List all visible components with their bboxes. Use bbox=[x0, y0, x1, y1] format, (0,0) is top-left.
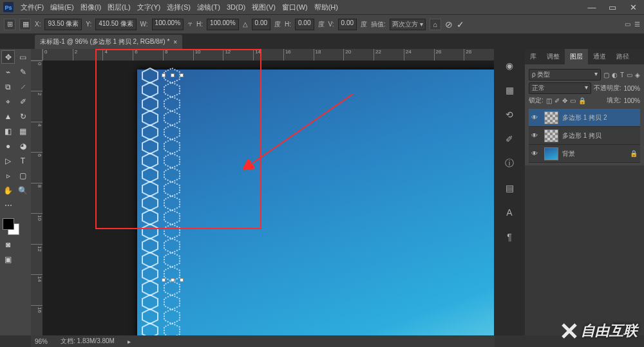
gradient-tool[interactable]: ▦ bbox=[16, 124, 30, 138]
h-field[interactable]: 100.00% bbox=[207, 19, 238, 30]
h2-field[interactable]: 0.00 bbox=[295, 19, 314, 30]
fill-field[interactable]: 100% bbox=[623, 97, 640, 104]
blend-mode-select[interactable]: 正常▾ bbox=[529, 82, 591, 94]
filter-adjust-icon[interactable]: ◐ bbox=[612, 71, 618, 79]
opacity-field[interactable]: 100% bbox=[623, 85, 640, 92]
color-swatches[interactable] bbox=[3, 218, 19, 235]
lock-trans-icon[interactable]: ◫ bbox=[546, 97, 552, 104]
menu-help[interactable]: 帮助(H) bbox=[314, 3, 338, 12]
info-icon[interactable]: ⓘ bbox=[502, 156, 517, 171]
paragraph-icon[interactable]: ¶ bbox=[502, 229, 517, 245]
ruler-vertical[interactable]: 0 2 4 6 8 10 12 14 16 bbox=[31, 61, 43, 335]
stamp-tool[interactable]: ▲ bbox=[1, 109, 15, 123]
panel-tab-adjust[interactable]: 调整 bbox=[542, 49, 565, 64]
y-field[interactable]: 410.50 像素 bbox=[95, 19, 136, 30]
document-tab-close-icon[interactable]: × bbox=[173, 39, 177, 46]
filter-type-icon[interactable]: T bbox=[620, 71, 624, 79]
layer-thumbnail[interactable] bbox=[544, 129, 558, 142]
v-field[interactable]: 0.00 bbox=[338, 19, 357, 30]
menu-filter[interactable]: 滤镜(T) bbox=[197, 3, 220, 12]
menu-file[interactable]: 文件(F) bbox=[21, 3, 44, 12]
lasso-tool[interactable]: ⌁ bbox=[1, 65, 15, 79]
transform-handle[interactable] bbox=[171, 278, 175, 282]
menu-type[interactable]: 文字(Y) bbox=[137, 3, 161, 12]
close-icon[interactable]: ✕ bbox=[625, 3, 641, 12]
artboard-tool[interactable]: ▭ bbox=[16, 50, 30, 64]
lock-paint-icon[interactable]: ✐ bbox=[554, 97, 560, 104]
layer-row[interactable]: 👁 背景 🔒 bbox=[529, 145, 640, 163]
color-wheel-icon[interactable]: ◉ bbox=[502, 58, 517, 73]
layer-thumbnail[interactable] bbox=[544, 147, 558, 160]
quickmask-tool[interactable]: ◙ bbox=[1, 238, 15, 251]
angle-field[interactable]: 0.00 bbox=[252, 19, 270, 30]
type-panel-icon[interactable]: A bbox=[502, 205, 517, 220]
menu-window[interactable]: 窗口(W) bbox=[282, 3, 308, 12]
eyedropper-tool[interactable]: ⟋ bbox=[16, 80, 30, 93]
maximize-icon[interactable]: ▭ bbox=[604, 3, 621, 12]
brush-tool[interactable]: ✐ bbox=[16, 95, 30, 108]
zoom-level[interactable]: 96% bbox=[35, 338, 48, 345]
layer-thumbnail[interactable] bbox=[544, 111, 558, 124]
menu-3d[interactable]: 3D(D) bbox=[227, 3, 245, 11]
transform-handle[interactable] bbox=[162, 278, 166, 282]
panel-tab-paths[interactable]: 路径 bbox=[611, 49, 634, 64]
menu-layer[interactable]: 图层(L) bbox=[108, 3, 130, 12]
layer-kind-filter[interactable]: ρ 类型▾ bbox=[529, 69, 601, 80]
cancel-transform-icon[interactable]: ⊘ bbox=[445, 19, 453, 30]
interp-select[interactable]: 两次立方 ▾ bbox=[390, 19, 426, 30]
transform-handle[interactable] bbox=[180, 278, 184, 282]
transform-tool-icon[interactable]: ⊞ bbox=[4, 19, 15, 30]
actions-icon[interactable]: ▤ bbox=[502, 180, 517, 196]
tag-icon[interactable]: ⌂ bbox=[430, 19, 441, 30]
visibility-icon[interactable]: 👁 bbox=[531, 150, 540, 157]
panel-tab-lib[interactable]: 库 bbox=[525, 49, 542, 64]
foreground-color-swatch[interactable] bbox=[3, 218, 14, 230]
layer-row[interactable]: 👁 多边形 1 拷贝 bbox=[529, 127, 640, 145]
lock-pos-icon[interactable]: ✥ bbox=[562, 97, 567, 104]
minimize-icon[interactable]: — bbox=[583, 3, 600, 12]
menu-select[interactable]: 选择(S) bbox=[167, 3, 191, 12]
reference-point-icon[interactable]: ▦ bbox=[19, 19, 31, 30]
doc-size[interactable]: 文档: 1.83M/3.80M bbox=[61, 337, 115, 346]
panel-tab-channels[interactable]: 通道 bbox=[588, 49, 611, 64]
workspace-menu-icon[interactable]: ☰ bbox=[634, 21, 640, 28]
dodge-tool[interactable]: ◕ bbox=[16, 139, 30, 153]
visibility-icon[interactable]: 👁 bbox=[531, 132, 540, 139]
type-tool[interactable]: T bbox=[16, 154, 30, 167]
w-field[interactable]: 100.00% bbox=[152, 19, 184, 30]
filter-smart-icon[interactable]: ◈ bbox=[635, 71, 640, 79]
healing-tool[interactable]: ⌖ bbox=[1, 95, 15, 108]
lock-artboard-icon[interactable]: ▭ bbox=[570, 97, 576, 104]
document-tab[interactable]: 未标题-1 @ 96% (多边形 1 拷贝 2, RGB/8#) * × bbox=[35, 35, 182, 49]
shape-tool[interactable]: ▢ bbox=[16, 169, 30, 182]
menu-edit[interactable]: 编辑(E) bbox=[50, 3, 74, 12]
pen-tool[interactable]: ▷ bbox=[1, 154, 15, 167]
x-field[interactable]: 93.50 像素 bbox=[44, 19, 82, 30]
edit-toolbar-icon[interactable]: ⋯ bbox=[1, 198, 15, 212]
zoom-tool[interactable]: 🔍 bbox=[16, 183, 30, 197]
blur-tool[interactable]: ● bbox=[1, 139, 15, 153]
screenmode-tool[interactable]: ▣ bbox=[1, 252, 15, 266]
hand-tool[interactable]: ✋ bbox=[1, 183, 15, 197]
crop-tool[interactable]: ⧉ bbox=[1, 80, 15, 93]
move-tool[interactable]: ✥ bbox=[1, 50, 15, 64]
swatches-icon[interactable]: ▦ bbox=[502, 82, 517, 98]
quick-select-tool[interactable]: ✎ bbox=[16, 65, 30, 79]
status-chevron-icon[interactable]: ▸ bbox=[128, 338, 131, 345]
history-brush-tool[interactable]: ↻ bbox=[16, 109, 30, 123]
brushes-icon[interactable]: ✐ bbox=[502, 131, 517, 147]
filter-shape-icon[interactable]: ▭ bbox=[627, 71, 632, 79]
panel-tab-layers[interactable]: 图层 bbox=[565, 49, 588, 64]
path-select-tool[interactable]: ▹ bbox=[1, 169, 15, 182]
menu-view[interactable]: 视图(V) bbox=[252, 3, 276, 12]
link-icon[interactable]: ⥾ bbox=[187, 21, 193, 28]
menu-image[interactable]: 图像(I) bbox=[80, 3, 101, 12]
history-icon[interactable]: ⟲ bbox=[502, 107, 517, 122]
layer-row[interactable]: 👁 多边形 1 拷贝 2 bbox=[529, 109, 640, 127]
eraser-tool[interactable]: ◧ bbox=[1, 124, 15, 138]
ruler-origin[interactable] bbox=[31, 49, 43, 61]
lock-all-icon[interactable]: 🔒 bbox=[578, 97, 586, 104]
visibility-icon[interactable]: 👁 bbox=[531, 114, 540, 121]
workspace-switcher-icon[interactable]: ▭ bbox=[625, 21, 630, 28]
filter-image-icon[interactable]: ▢ bbox=[603, 71, 609, 79]
